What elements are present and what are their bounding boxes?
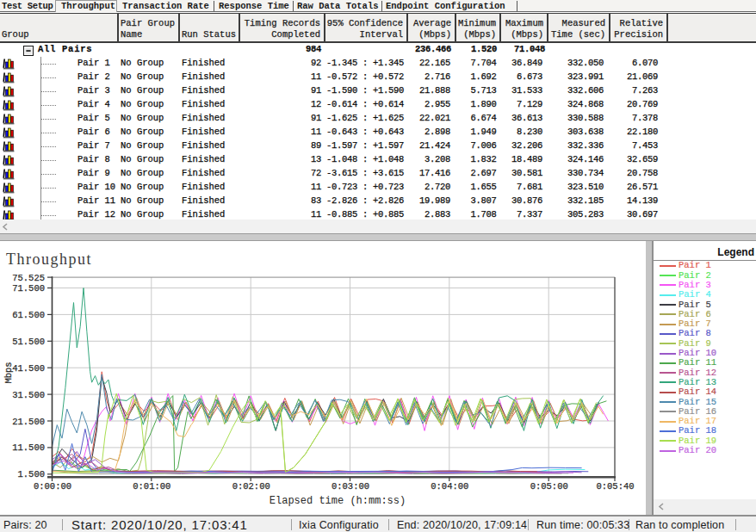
svg-text:1.500: 1.500 bbox=[17, 469, 45, 479]
svg-text:0:02:00: 0:02:00 bbox=[232, 481, 270, 492]
svg-text:Elapsed time (h:mm:ss): Elapsed time (h:mm:ss) bbox=[270, 495, 406, 507]
svg-text:0:05:40: 0:05:40 bbox=[596, 481, 634, 492]
svg-text:21.500: 21.500 bbox=[12, 417, 45, 427]
svg-text:0:05:00: 0:05:00 bbox=[530, 481, 568, 492]
svg-text:31.500: 31.500 bbox=[12, 390, 45, 400]
svg-text:61.500: 61.500 bbox=[12, 310, 45, 320]
svg-text:75.525: 75.525 bbox=[12, 273, 45, 283]
svg-text:Mbps: Mbps bbox=[3, 362, 14, 383]
svg-text:0:04:00: 0:04:00 bbox=[431, 481, 468, 492]
svg-text:11.500: 11.500 bbox=[12, 442, 45, 453]
svg-text:71.500: 71.500 bbox=[12, 283, 45, 294]
svg-text:0:01:00: 0:01:00 bbox=[133, 481, 170, 492]
svg-text:0:03:00: 0:03:00 bbox=[332, 481, 369, 492]
svg-text:51.500: 51.500 bbox=[12, 337, 45, 347]
svg-text:41.500: 41.500 bbox=[12, 363, 45, 374]
svg-text:Throughput: Throughput bbox=[6, 251, 92, 268]
svg-text:0:00:00: 0:00:00 bbox=[34, 481, 71, 492]
